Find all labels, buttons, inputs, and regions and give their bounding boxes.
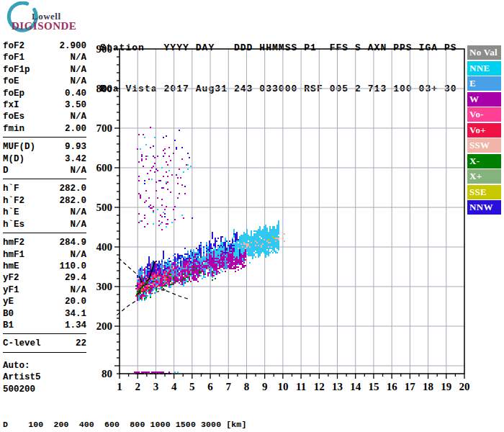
direction-color-legend: No ValNNEEWVo-Vo+SSWX-X+SSENNW xyxy=(467,45,501,216)
svg-text:16: 16 xyxy=(387,381,398,392)
svg-text:14: 14 xyxy=(350,381,361,392)
svg-text:400: 400 xyxy=(96,241,113,253)
legend-item: NNE xyxy=(467,61,501,76)
svg-text:18: 18 xyxy=(423,381,433,392)
svg-text:1: 1 xyxy=(117,381,122,392)
legend-item: E xyxy=(467,76,501,91)
svg-text:300: 300 xyxy=(96,281,113,292)
plot-border xyxy=(120,49,464,374)
svg-text:900: 900 xyxy=(96,43,113,55)
svg-text:15: 15 xyxy=(368,381,379,392)
legend-item: Vo- xyxy=(467,107,501,122)
svg-text:13: 13 xyxy=(332,381,343,392)
svg-text:3: 3 xyxy=(153,381,159,392)
svg-text:17: 17 xyxy=(405,381,416,392)
svg-text:600: 600 xyxy=(96,162,113,174)
svg-text:7: 7 xyxy=(226,381,232,392)
legend-item: No Val xyxy=(467,45,501,60)
svg-text:500: 500 xyxy=(96,202,113,213)
svg-text:9: 9 xyxy=(262,381,268,392)
ionogram-plot: 9008007006005004003002008012345678910111… xyxy=(0,0,504,432)
legend-item: NNW xyxy=(467,200,501,215)
y-axis-labels: 90080070060050040030020080 xyxy=(96,43,113,379)
muf-distance-row: D 100 200 400 600 800 1000 1500 3000 [km… xyxy=(3,420,504,430)
svg-text:5: 5 xyxy=(189,381,195,392)
svg-text:8: 8 xyxy=(244,381,250,392)
legend-item: SSW xyxy=(467,138,501,153)
legend-item: Vo+ xyxy=(467,123,501,138)
svg-text:200: 200 xyxy=(96,320,113,332)
axis-ticks xyxy=(114,49,464,379)
digisonde-ionogram-screen: { "logo": {"line1": "Lowell", "line2": "… xyxy=(0,0,504,432)
svg-text:10: 10 xyxy=(277,381,288,392)
svg-text:19: 19 xyxy=(441,381,451,392)
echo-scatter-layer xyxy=(120,127,285,374)
grid xyxy=(120,49,464,374)
svg-text:20: 20 xyxy=(459,381,470,392)
svg-text:12: 12 xyxy=(314,381,325,392)
x-axis-labels: 1234567891011121314151617181920 xyxy=(117,381,469,392)
svg-text:4: 4 xyxy=(171,381,177,392)
legend-item: X+ xyxy=(467,169,501,184)
svg-text:80: 80 xyxy=(102,368,112,379)
footer-block: D 100 200 400 600 800 1000 1500 3000 [km… xyxy=(3,400,504,432)
svg-text:2: 2 xyxy=(135,381,140,392)
svg-text:11: 11 xyxy=(296,381,306,392)
svg-text:800: 800 xyxy=(96,83,113,94)
legend-item: X- xyxy=(467,154,501,168)
legend-item: W xyxy=(467,92,501,107)
svg-text:700: 700 xyxy=(96,122,113,134)
svg-text:6: 6 xyxy=(207,381,213,392)
legend-item: SSE xyxy=(467,185,501,199)
